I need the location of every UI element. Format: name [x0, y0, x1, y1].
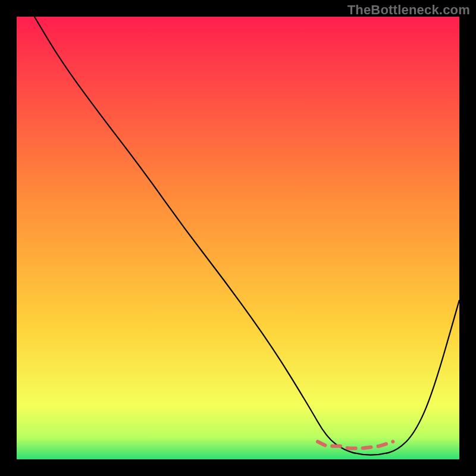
- gradient-background: [17, 17, 459, 459]
- watermark-text: TheBottleneck.com: [347, 2, 470, 18]
- plot-area: [17, 17, 459, 459]
- plot-svg: [17, 17, 459, 459]
- chart-frame: TheBottleneck.com: [0, 0, 476, 476]
